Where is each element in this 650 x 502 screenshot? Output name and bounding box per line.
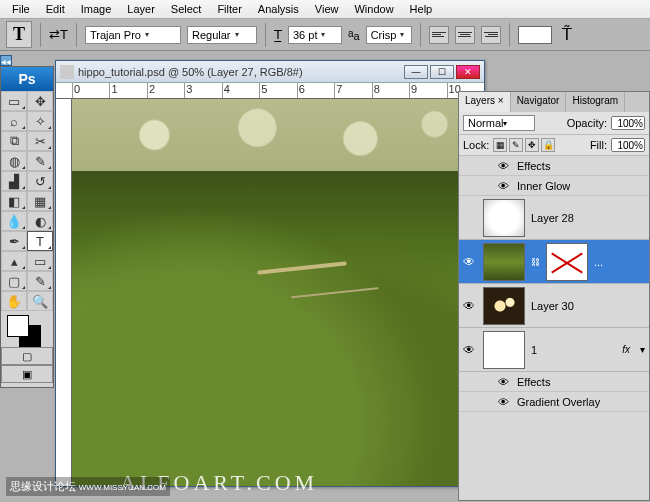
font-size-dropdown[interactable]: 36 pt [288,26,342,44]
warp-text-icon[interactable]: T̃ [562,25,572,44]
align-left-button[interactable] [429,26,449,44]
lock-position-icon[interactable]: ✥ [525,138,539,152]
notes-tool[interactable]: ▢ [1,271,27,291]
layer-name[interactable]: 1 [531,344,616,356]
horizontal-ruler[interactable]: 012345678910 [56,83,484,99]
gradient-tool[interactable]: ▦ [27,191,53,211]
clone-stamp-tool[interactable]: ▟ [1,171,27,191]
layer-thumbnail[interactable] [483,287,525,325]
visibility-icon[interactable]: 👁 [461,255,477,269]
move-tool[interactable]: ✥ [27,91,53,111]
quick-mask-toggle[interactable]: ▢ [1,347,53,365]
visibility-icon[interactable]: 👁 [461,299,477,313]
tab-layers[interactable]: Layers [459,92,511,112]
menu-edit[interactable]: Edit [38,1,73,17]
minimize-button[interactable]: — [404,65,428,79]
link-icon[interactable]: ⛓ [531,257,540,267]
lock-transparency-icon[interactable]: ▦ [493,138,507,152]
fill-input[interactable] [611,138,645,152]
font-style-dropdown[interactable]: Regular [187,26,257,44]
screen-mode-toggle[interactable]: ▣ [1,365,53,383]
menu-layer[interactable]: Layer [119,1,163,17]
layer-thumbnail[interactable] [483,243,525,281]
blend-mode-dropdown[interactable]: Normal [463,115,535,131]
inner-glow-label: Inner Glow [517,180,570,192]
tool-preset-icon[interactable]: T [6,21,32,48]
magic-wand-tool[interactable]: ✧ [27,111,53,131]
lasso-tool[interactable]: ⌕ [1,111,27,131]
layer-row-28[interactable]: Layer 28 [459,196,649,240]
menu-file[interactable]: File [4,1,38,17]
layer-thumbnail[interactable] [483,331,525,369]
marquee-tool[interactable]: ▭ [1,91,27,111]
vertical-ruler[interactable] [56,99,72,486]
menu-image[interactable]: Image [73,1,120,17]
menu-view[interactable]: View [307,1,347,17]
effects-row[interactable]: 👁 Effects [459,156,649,176]
visibility-icon[interactable]: 👁 [495,180,511,192]
fx-badge[interactable]: fx [622,344,630,355]
layer-name[interactable]: Layer 30 [531,300,647,312]
toolbox-header[interactable]: Ps [1,67,53,91]
effects-row-2[interactable]: 👁 Effects [459,372,649,392]
gradient-overlay-row[interactable]: 👁 Gradient Overlay [459,392,649,412]
canvas[interactable] [72,99,484,486]
opacity-input[interactable] [611,116,645,130]
eraser-tool[interactable]: ◧ [1,191,27,211]
layer-row-30[interactable]: 👁 Layer 30 [459,284,649,328]
color-swatches[interactable] [1,311,53,347]
hand-tool[interactable]: ✋ [1,291,27,311]
photoshop-logo: Ps [18,71,35,87]
close-button[interactable]: ✕ [456,65,480,79]
antialias-dropdown[interactable]: Crisp [366,26,412,44]
visibility-icon[interactable]: 👁 [495,160,511,172]
pen-tool[interactable]: ✒ [1,231,27,251]
eyedropper-tool[interactable]: ✎ [27,271,53,291]
tab-navigator[interactable]: Navigator [511,92,567,112]
history-brush-tool[interactable]: ↺ [27,171,53,191]
fill-label: Fill: [590,139,607,151]
slice-tool[interactable]: ✂ [27,131,53,151]
align-center-button[interactable] [455,26,475,44]
text-orientation-icon[interactable]: ⇄T [49,27,68,42]
visibility-icon[interactable]: 👁 [461,343,477,357]
expand-icon[interactable]: ▾ [640,344,645,355]
layer-mask-disabled[interactable] [546,243,588,281]
menu-window[interactable]: Window [346,1,401,17]
dodge-tool[interactable]: ◐ [27,211,53,231]
maximize-button[interactable]: ☐ [430,65,454,79]
visibility-icon[interactable]: 👁 [495,376,511,388]
layer-list: 👁 Effects 👁 Inner Glow Layer 28 👁 ⛓ ... … [459,156,649,500]
layer-thumbnail[interactable] [483,199,525,237]
menu-select[interactable]: Select [163,1,210,17]
text-color-swatch[interactable] [518,26,552,44]
tab-histogram[interactable]: Histogram [566,92,625,112]
canvas-moss-layer [72,171,484,486]
visibility-icon[interactable]: 👁 [495,396,511,408]
zoom-tool[interactable]: 🔍 [27,291,53,311]
shape-tool[interactable]: ▭ [27,251,53,271]
document-title: hippo_tutorial.psd @ 50% (Layer 27, RGB/… [78,66,402,78]
menu-analysis[interactable]: Analysis [250,1,307,17]
font-family-dropdown[interactable]: Trajan Pro [85,26,181,44]
crop-tool[interactable]: ⧉ [1,131,27,151]
watermark-secondary: 思缘设计论坛 WWW.MISSYUAN.COM [6,477,170,496]
layer-row-selected[interactable]: 👁 ⛓ ... [459,240,649,284]
layer-name[interactable]: ... [594,256,647,268]
lock-all-icon[interactable]: 🔒 [541,138,555,152]
inner-glow-row[interactable]: 👁 Inner Glow [459,176,649,196]
document-titlebar[interactable]: hippo_tutorial.psd @ 50% (Layer 27, RGB/… [56,61,484,83]
foreground-color-swatch[interactable] [7,315,29,337]
align-right-button[interactable] [481,26,501,44]
layer-name[interactable]: Layer 28 [531,212,647,224]
menu-filter[interactable]: Filter [209,1,249,17]
brush-tool[interactable]: ✎ [27,151,53,171]
lock-pixels-icon[interactable]: ✎ [509,138,523,152]
blur-tool[interactable]: 💧 [1,211,27,231]
palette-collapse-tab[interactable] [0,55,12,66]
layer-row-1[interactable]: 👁 1 fx ▾ [459,328,649,372]
type-tool[interactable]: T [27,231,53,251]
healing-brush-tool[interactable]: ◍ [1,151,27,171]
path-selection-tool[interactable]: ▴ [1,251,27,271]
menu-help[interactable]: Help [402,1,441,17]
